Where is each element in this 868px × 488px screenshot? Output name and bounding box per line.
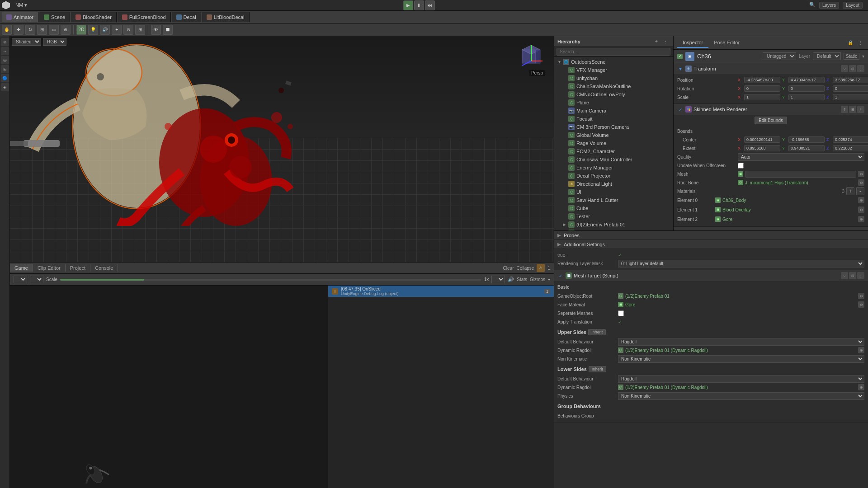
element0-pick[interactable]: ⊙ <box>858 197 864 203</box>
hierarchy-item-tester[interactable]: ⬡ Tester <box>554 212 673 221</box>
tab-decal[interactable]: Decal <box>172 12 201 22</box>
rootbone-pick[interactable]: ⊙ <box>858 179 864 186</box>
hand-tool[interactable]: ✋ <box>2 25 12 35</box>
play-button[interactable]: ▶ <box>403 0 413 10</box>
shading-dropdown[interactable]: Shaded <box>12 38 41 46</box>
materials-remove-btn[interactable]: - <box>856 187 864 195</box>
transform-info-btn[interactable]: ? <box>841 65 848 72</box>
step-button[interactable]: ⏭ <box>425 0 435 10</box>
face-mat-pick[interactable]: ⊙ <box>858 301 864 308</box>
pos-y[interactable] <box>788 77 825 83</box>
pos-x[interactable] <box>744 77 780 83</box>
hierarchy-item-cm3rdcam[interactable]: 📷 CM 3rd Person Camera <box>554 123 673 131</box>
element2-value[interactable]: Gore <box>722 217 732 222</box>
object-name[interactable]: Ch36 <box>697 53 760 60</box>
hide-toggle[interactable]: 👁 <box>151 25 161 35</box>
tab-animator[interactable]: Animator <box>2 12 38 22</box>
rot-y[interactable] <box>788 85 825 92</box>
skinned-mesh-info-btn[interactable]: ? <box>841 106 848 113</box>
update-offscreen-check[interactable] <box>738 163 744 169</box>
hierarchy-item-plane[interactable]: ⬡ Plane <box>554 99 673 107</box>
skinned-mesh-header[interactable]: ✓ 🎭 Skinned Mesh Renderer ? ⊞ ⋮ <box>674 104 868 115</box>
left-icon-3[interactable]: ◎ <box>1 56 9 64</box>
layout-dropdown[interactable]: Layout <box>843 2 863 9</box>
rotate-tool[interactable]: ↻ <box>25 25 35 35</box>
gameobj-root-pick[interactable]: ⊙ <box>858 293 864 299</box>
hierarchy-item-ecm2char[interactable]: ⬡ ECM2_Character <box>554 147 673 155</box>
skinned-mesh-toggle[interactable]: ✓ <box>677 106 684 113</box>
layers-dropdown[interactable]: Layers <box>819 2 839 9</box>
extent-y[interactable] <box>788 145 825 151</box>
lighting-toggle[interactable]: 💡 <box>88 25 98 35</box>
tab-scene[interactable]: Scene <box>39 12 70 22</box>
hierarchy-search[interactable] <box>557 48 670 56</box>
object-active-checkbox[interactable]: ✓ <box>677 54 683 59</box>
left-icon-4[interactable]: ⊞ <box>1 65 9 73</box>
skinned-mesh-preset-btn[interactable]: ⊞ <box>849 106 856 113</box>
transform-header[interactable]: ▼ ⊕ Transform ? ⊞ ⋮ <box>674 63 868 74</box>
mesh-target-toggle[interactable]: ✓ <box>557 272 564 279</box>
log-item-0[interactable]: ! [08:47:35] OnSliced UnityEngine.Debug.… <box>328 286 554 297</box>
hierarchy-item-ui[interactable]: ⬡ UI <box>554 188 673 196</box>
mesh-input[interactable] <box>745 171 856 178</box>
inspector-lock-btn[interactable]: 🔒 <box>846 39 854 47</box>
hierarchy-item-dirlight[interactable]: ☀ Directional Light <box>554 180 673 188</box>
lower-default-select[interactable]: Ragdoll <box>618 375 864 383</box>
search-icon[interactable]: 🔍 <box>809 2 816 9</box>
hierarchy-item-maincam[interactable]: 📷 Main Camera <box>554 107 673 115</box>
gizmo-cube[interactable] <box>518 41 545 68</box>
hierarchy-item-enemymgr[interactable]: ⬡ Enemy Manager <box>554 164 673 172</box>
tab-fullscreenblood[interactable]: FullScreenBlood <box>118 12 171 22</box>
mesh-target-info-btn[interactable]: ? <box>841 272 848 279</box>
inspector-more-btn[interactable]: ⋮ <box>856 39 864 47</box>
tab-project[interactable]: Project <box>66 264 90 272</box>
lighting-header[interactable]: ▼ Lighting <box>674 226 868 230</box>
inspector-tab-inspector[interactable]: Inspector <box>677 38 708 48</box>
upper-sides-inherit-btn[interactable]: Inherit <box>588 329 606 335</box>
gizmos-dropdown[interactable]: ▾ <box>548 277 550 282</box>
rot-z[interactable] <box>833 85 868 92</box>
scale-slider[interactable] <box>60 279 481 281</box>
gizmos-btn[interactable]: Gizmos <box>530 277 545 282</box>
hierarchy-item-outdoorsscene[interactable]: ▼ 🌐 OutdoorsScene <box>554 58 673 66</box>
stats-btn[interactable]: Stats <box>517 277 527 282</box>
tab-litblooddecal[interactable]: LitBloodDecal <box>202 12 250 22</box>
center-x[interactable] <box>744 136 780 143</box>
lower-sides-inherit-btn[interactable]: Inherit <box>589 366 606 372</box>
mesh-target-more-btn[interactable]: ⋮ <box>857 272 864 279</box>
hierarchy-item-enemy02-1[interactable]: ▶ ⬡ (0(2)Enemy Prefab 01 <box>554 221 673 229</box>
scale-x[interactable] <box>744 94 780 100</box>
transform-preset-btn[interactable]: ⊞ <box>849 65 856 72</box>
hierarchy-item-sawhand[interactable]: ⬡ Saw Hand L Cutter <box>554 196 673 204</box>
move-tool[interactable]: ✚ <box>14 25 24 35</box>
upper-ragdoll-pick[interactable]: ⊙ <box>858 347 864 353</box>
play-mode-select[interactable]: Play Unfocused <box>491 276 505 283</box>
tab-bloodshader[interactable]: BloodShader <box>71 12 117 22</box>
audio-toggle[interactable]: 🔊 <box>100 25 110 35</box>
upper-default-select[interactable]: Ragdoll <box>618 338 864 346</box>
mesh-target-header[interactable]: ✓ 📄 Mesh Target (Script) ? ⊞ ⋮ <box>554 270 868 281</box>
left-icon-6[interactable]: ◈ <box>1 83 9 91</box>
object-layer[interactable]: Default <box>813 52 841 60</box>
aspect-select[interactable]: Free Aspect <box>30 276 43 283</box>
fx-toggle[interactable]: ✦ <box>112 25 122 35</box>
rect-tool[interactable]: ▭ <box>49 25 59 35</box>
left-icon-1[interactable]: ⊕ <box>1 38 9 46</box>
snap-toggle[interactable]: 🔲 <box>163 25 173 35</box>
materials-add-btn[interactable]: + <box>846 187 854 195</box>
clear-btn[interactable]: Clear <box>503 266 514 271</box>
skinned-mesh-more-btn[interactable]: ⋮ <box>857 106 864 113</box>
hierarchy-item-focusit[interactable]: ⬡ Focusit <box>554 115 673 123</box>
lower-physics-select[interactable]: Non Kinematic <box>618 392 864 400</box>
pause-button[interactable]: ⏸ <box>414 0 424 10</box>
left-icon-5[interactable]: 🔵 <box>1 74 9 82</box>
transform-toggle[interactable]: ▼ <box>677 66 684 72</box>
element1-pick[interactable]: ⊙ <box>858 206 864 213</box>
tab-clip-editor[interactable]: Clip Editor <box>33 264 66 272</box>
scale-y[interactable] <box>788 94 825 100</box>
quality-select[interactable]: Auto <box>738 153 864 161</box>
apply-translation-check[interactable]: ✓ <box>618 319 622 324</box>
edit-bounds-btn[interactable]: Edit Bounds <box>755 117 787 124</box>
scale-tool[interactable]: ⊞ <box>37 25 47 35</box>
transform-more-btn[interactable]: ⋮ <box>857 65 864 72</box>
